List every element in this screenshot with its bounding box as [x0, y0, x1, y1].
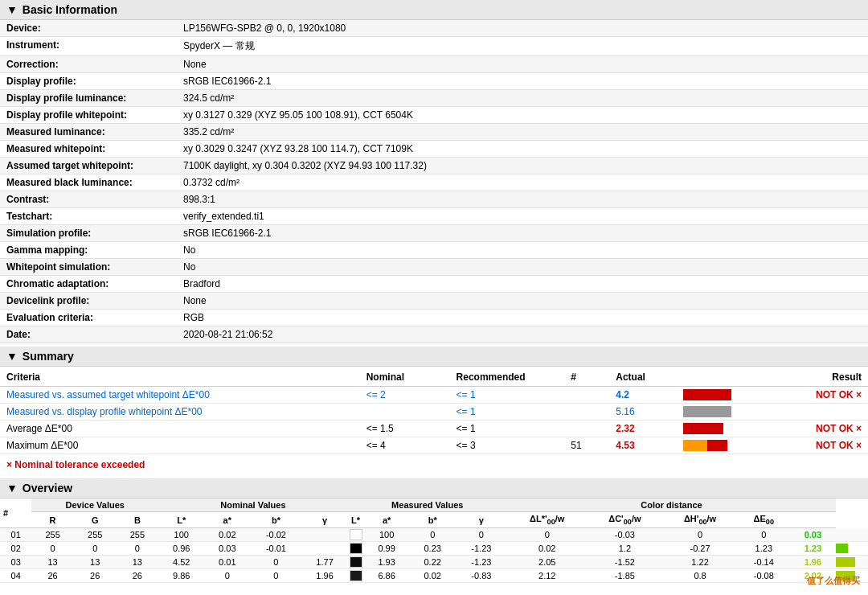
basic-info-value: xy 0.3127 0.329 (XYZ 95.05 100 108.91), …: [177, 107, 868, 124]
ov-r: 255: [31, 528, 74, 542]
ov-b: 255: [117, 528, 159, 542]
summary-th-num: #: [564, 368, 609, 387]
overview-row: 03 13 13 13 4.52 0.01 0 1.77 1.93 0.22 -…: [0, 556, 868, 569]
basic-info-value: sRGB IEC61966-2.1: [177, 225, 868, 242]
basic-info-label: Simulation profile:: [0, 225, 177, 242]
ov-b-meas: -1.23: [456, 542, 507, 556]
basic-info-row: Testchart: verify_extended.ti1: [0, 208, 868, 225]
basic-info-title: Basic Information: [23, 3, 117, 16]
ov-dc: 0.8: [662, 569, 738, 583]
basic-info-table: Device: LP156WFG-SPB2 @ 0, 0, 1920x1080 …: [0, 20, 868, 343]
basic-info-value: 2020-08-21 21:06:52: [177, 326, 868, 343]
basic-info-value: None: [177, 56, 868, 73]
ov-de: 1.96: [790, 556, 836, 569]
ov-r: 0: [31, 542, 74, 556]
summary-th-result: Result: [778, 368, 868, 387]
ov-a-meas: 0: [410, 528, 456, 542]
basic-info-value: RGB: [177, 310, 868, 326]
ov-g: 255: [74, 528, 117, 542]
ov-l-nom: 9.86: [158, 569, 204, 583]
ov-num: 02: [0, 542, 31, 556]
overview-row: 01 255 255 255 100 0.02 -0.02 100 0 0 0 …: [0, 528, 868, 542]
ov-de: 0.03: [790, 528, 836, 542]
criteria-cell: Measured vs. assumed target whitepoint Δ…: [0, 387, 360, 404]
ov-de-bar: [836, 542, 868, 556]
ov-g: 26: [74, 569, 117, 583]
nominal-cell: <= 2: [360, 387, 450, 404]
summary-row: Maximum ΔE*00 <= 4 <= 3 51 4.53 NOT OK ×: [0, 437, 868, 454]
nominal-cell: <= 1.5: [360, 421, 450, 437]
criteria-cell: Maximum ΔE*00: [0, 437, 360, 454]
actual-cell: 5.16: [609, 404, 677, 421]
ov-b-meas: -1.23: [456, 556, 507, 569]
ov-a-meas: 0.02: [410, 569, 456, 583]
overview-header: ▼ Overview: [0, 478, 868, 499]
ov-b-meas: -0.83: [456, 569, 507, 583]
basic-info-label: Evaluation criteria:: [0, 310, 177, 326]
summary-row: Measured vs. display profile whitepoint …: [0, 404, 868, 421]
overview-group-header-row: # Device Values Nominal Values Measured …: [0, 499, 868, 512]
ov-g: 0: [74, 542, 117, 556]
basic-info-value: 7100K daylight, xy 0.304 0.3202 (XYZ 94.…: [177, 158, 868, 174]
th-gamma-nom: γ: [302, 512, 348, 528]
ov-dh: 1.23: [738, 542, 790, 556]
ov-gamma-meas: 2.05: [507, 556, 588, 569]
ov-de-bar: [836, 528, 868, 542]
summary-table: Criteria Nominal Recommended # Actual Re…: [0, 368, 868, 454]
ov-l-meas: 100: [364, 528, 410, 542]
th-device-values: Device Values: [31, 499, 158, 512]
basic-info-row: Assumed target whitepoint: 7100K dayligh…: [0, 158, 868, 174]
ov-g: 13: [74, 556, 117, 569]
bar-cell: [677, 404, 778, 421]
ov-b: 0: [117, 542, 159, 556]
ov-swatch: [348, 528, 364, 542]
overview-row: 04 26 26 26 9.86 0 0 1.96 6.86 0.02 -0.8…: [0, 569, 868, 583]
th-measured-values: Measured Values: [348, 499, 507, 512]
ov-swatch: [348, 542, 364, 556]
basic-info-label: Display profile whitepoint:: [0, 107, 177, 124]
actual-cell: 4.53: [609, 437, 677, 454]
ov-swatch: [348, 569, 364, 583]
ov-l-nom: 100: [158, 528, 204, 542]
ov-gamma-nom: 1.96: [302, 569, 348, 583]
ov-b: 13: [117, 556, 159, 569]
summary-th-criteria: Criteria: [0, 368, 360, 387]
overview-section: ▼ Overview # Device Values Nominal Value…: [0, 478, 868, 583]
ov-a-meas: 0.23: [410, 542, 456, 556]
ov-l-meas: 6.86: [364, 569, 410, 583]
summary-th-recommended: Recommended: [450, 368, 565, 387]
summary-row: Measured vs. assumed target whitepoint Δ…: [0, 387, 868, 404]
th-nominal-values: Nominal Values: [158, 499, 347, 512]
th-de: ΔE00: [738, 512, 790, 528]
ov-dc: 1.22: [662, 556, 738, 569]
actual-cell: 2.32: [609, 421, 677, 437]
basic-info-row: Date: 2020-08-21 21:06:52: [0, 326, 868, 343]
basic-info-label: Measured luminance:: [0, 124, 177, 141]
nominal-cell: <= 4: [360, 437, 450, 454]
ov-b-meas: 0: [456, 528, 507, 542]
basic-info-row: Gamma mapping: No: [0, 242, 868, 259]
summary-section: ▼ Summary Criteria Nominal Recommended #…: [0, 347, 868, 475]
ov-swatch: [348, 556, 364, 569]
basic-info-row: Contrast: 898.3:1: [0, 191, 868, 208]
basic-info-label: Assumed target whitepoint:: [0, 158, 177, 174]
ov-l-meas: 0.99: [364, 542, 410, 556]
ov-dl: -1.85: [588, 569, 663, 583]
basic-info-label: Whitepoint simulation:: [0, 259, 177, 276]
basic-info-label: Display profile:: [0, 73, 177, 90]
basic-info-value: SpyderX — 常规: [177, 37, 868, 56]
summary-header: ▼ Summary: [0, 347, 868, 367]
summary-th-actual: Actual: [609, 368, 677, 387]
overview-sub-header-row: R G B L* a* b* γ L* a* b* γ ΔL*'00/w ΔC'…: [0, 512, 868, 528]
basic-info-row: Devicelink profile: None: [0, 293, 868, 310]
basic-info-label: Instrument:: [0, 37, 177, 56]
basic-info-value: LP156WFG-SPB2 @ 0, 0, 1920x1080: [177, 20, 868, 37]
th-de-bar: [790, 512, 836, 528]
recommended-cell: <= 3: [450, 437, 565, 454]
ov-gamma-meas: 0: [507, 528, 588, 542]
basic-info-value: verify_extended.ti1: [177, 208, 868, 225]
basic-info-row: Display profile: sRGB IEC61966-2.1: [0, 73, 868, 90]
recommended-cell: <= 1: [450, 421, 565, 437]
basic-info-row: Simulation profile: sRGB IEC61966-2.1: [0, 225, 868, 242]
ov-num: 01: [0, 528, 31, 542]
